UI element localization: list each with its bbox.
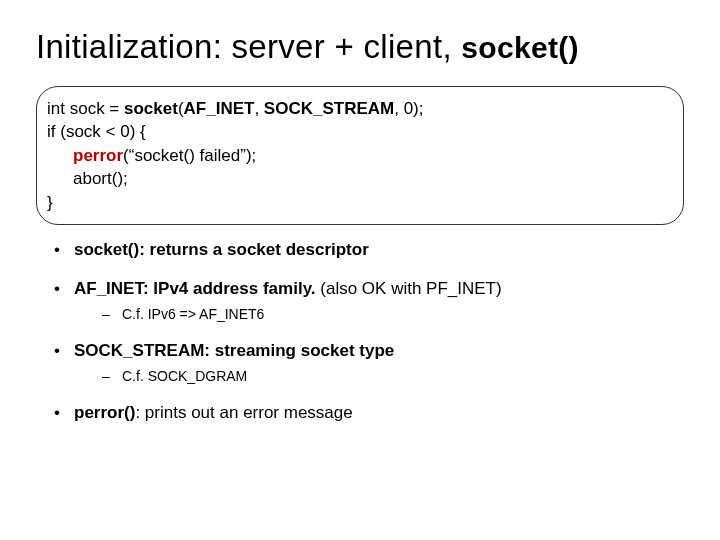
code-line-5: } xyxy=(47,191,667,214)
bullet-head: SOCK_STREAM: streaming socket type xyxy=(74,341,394,360)
code-text: int sock = xyxy=(47,99,124,118)
bullet-list: socket(): returns a socket descriptor AF… xyxy=(36,239,684,425)
bullet-head: socket(): xyxy=(74,240,150,259)
title-fn: socket() xyxy=(461,31,578,64)
sub-list: C.f. IPv6 => AF_INET6 xyxy=(74,305,684,324)
bullet-perror: perror(): prints out an error message xyxy=(54,402,684,425)
code-fn-socket: socket xyxy=(124,99,178,118)
bullet-sockstream: SOCK_STREAM: streaming socket type C.f. … xyxy=(54,340,684,386)
bullet-body: : prints out an error message xyxy=(135,403,352,422)
bullet-head: AF_INET: IPv4 address family. xyxy=(74,279,320,298)
code-line-2: if (sock < 0) { xyxy=(47,120,667,143)
bullet-head: perror() xyxy=(74,403,135,422)
code-text: (“socket() failed”); xyxy=(123,146,256,165)
code-line-4: abort(); xyxy=(47,167,667,190)
code-block: int sock = socket(AF_INET, SOCK_STREAM, … xyxy=(36,86,684,225)
title-text: Initialization: server + client, xyxy=(36,28,461,65)
code-const-sockstream: SOCK_STREAM xyxy=(264,99,394,118)
bullet-body: (also OK with PF_INET) xyxy=(320,279,501,298)
bullet-afinet: AF_INET: IPv4 address family. (also OK w… xyxy=(54,278,684,324)
sub-item: C.f. SOCK_DGRAM xyxy=(102,367,684,386)
sub-list: C.f. SOCK_DGRAM xyxy=(74,367,684,386)
sub-item: C.f. IPv6 => AF_INET6 xyxy=(102,305,684,324)
code-text: , 0); xyxy=(394,99,423,118)
bullet-body: returns a socket descriptor xyxy=(150,240,369,259)
code-const-afinet: AF_INET xyxy=(184,99,255,118)
code-line-3: perror(“socket() failed”); xyxy=(47,144,667,167)
slide-title: Initialization: server + client, socket(… xyxy=(36,28,684,66)
code-text: , xyxy=(254,99,263,118)
code-fn-perror: perror xyxy=(73,146,123,165)
bullet-socket: socket(): returns a socket descriptor xyxy=(54,239,684,262)
code-line-1: int sock = socket(AF_INET, SOCK_STREAM, … xyxy=(47,97,667,120)
